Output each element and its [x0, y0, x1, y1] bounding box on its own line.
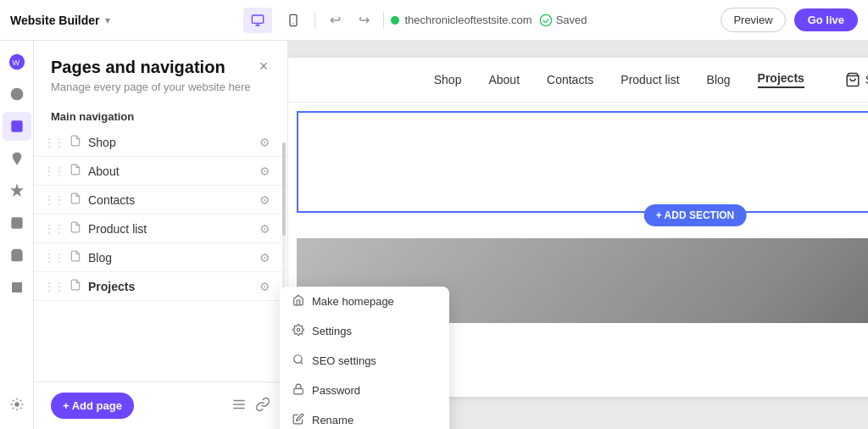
svg-line-14: [301, 362, 303, 365]
saved-text: Saved: [556, 14, 587, 26]
drag-handle-about[interactable]: ⋮⋮: [44, 165, 64, 177]
sidebar-item-pages[interactable]: [3, 112, 31, 141]
gear-icon-blog[interactable]: ⚙: [259, 251, 270, 265]
brand-chevron: ▾: [105, 14, 110, 26]
sidebar-item-logo[interactable]: W: [3, 47, 31, 76]
gear-icon-contacts[interactable]: ⚙: [259, 193, 270, 207]
drag-handle-projects[interactable]: ⋮⋮: [44, 281, 64, 292]
page-icon-blog: [70, 250, 81, 265]
canvas-nav-blog[interactable]: Blog: [707, 73, 731, 86]
seo-icon: [292, 354, 305, 368]
topbar: Website Builder ▾ ↩ ↪ thechronicleoftest…: [0, 0, 868, 41]
sidebar-item-design[interactable]: [3, 144, 31, 173]
sidebar-item-apps[interactable]: [3, 176, 31, 205]
undo-redo-group: ↩ ↪: [322, 8, 376, 33]
svg-text:W: W: [12, 58, 19, 67]
nav-items-list: ⋮⋮ Shop ⚙ ⋮⋮ About ⚙ ⋮⋮: [34, 128, 287, 382]
rename-icon: [292, 413, 305, 427]
icon-sidebar: W: [0, 41, 34, 429]
add-section-button[interactable]: + ADD SECTION: [644, 204, 747, 226]
menu-item-make-homepage[interactable]: Make homepage: [280, 287, 449, 316]
canvas-nav-product-list[interactable]: Product list: [620, 73, 679, 86]
svg-point-9: [14, 220, 15, 222]
menu-item-settings[interactable]: Settings: [280, 316, 449, 346]
svg-point-12: [297, 328, 300, 332]
golive-button[interactable]: Go live: [794, 8, 858, 31]
canvas-nav: Shop About Contacts Product list Blog Pr…: [288, 58, 868, 103]
pages-panel: Pages and navigation Manage every page o…: [34, 41, 288, 429]
panel-subtitle: Manage every page of your website here: [51, 81, 270, 93]
add-page-button[interactable]: + Add page: [51, 393, 134, 419]
sidebar-item-media[interactable]: [3, 209, 31, 237]
menu-label-password: Password: [312, 384, 360, 397]
mobile-device-btn[interactable]: [279, 8, 308, 33]
svg-rect-15: [294, 388, 303, 393]
canvas-nav-projects[interactable]: Projects: [758, 71, 804, 88]
preview-button[interactable]: Preview: [721, 8, 785, 32]
site-url: thechronicleoftestsite.com: [404, 14, 531, 26]
menu-item-password[interactable]: Password: [280, 376, 449, 405]
footer-icons: [231, 397, 270, 415]
menu-label-seo: SEO settings: [312, 354, 376, 367]
svg-point-2: [293, 23, 294, 24]
status-dot: [391, 16, 399, 25]
topbar-right: Preview Go live: [721, 8, 858, 32]
sidebar-item-settings[interactable]: [3, 390, 31, 419]
sidebar-item-add[interactable]: [3, 80, 31, 109]
password-icon: [292, 383, 305, 398]
add-section-label: + ADD SECTION: [656, 209, 735, 221]
nav-item-label-projects: Projects: [88, 280, 259, 293]
homepage-icon: [292, 294, 305, 309]
panel-close-button[interactable]: ×: [252, 54, 275, 78]
nav-item-projects[interactable]: ⋮⋮ Projects ⚙: [34, 272, 287, 301]
topbar-center: ↩ ↪ thechronicleoftestsite.com Saved: [243, 8, 587, 33]
saved-check-icon: [539, 14, 553, 27]
context-menu: Make homepage Settings SEO settings Pass…: [280, 287, 449, 429]
svg-rect-1: [290, 14, 297, 25]
canvas-selected-section-wrapper: + ADD SECTION ⇅: [288, 111, 868, 213]
drag-handle-blog[interactable]: ⋮⋮: [44, 252, 64, 264]
panel-header: Pages and navigation Manage every page o…: [34, 41, 287, 100]
menu-label-make-homepage: Make homepage: [312, 295, 394, 308]
gear-icon-about[interactable]: ⚙: [259, 164, 270, 178]
redo-btn[interactable]: ↪: [351, 8, 376, 33]
drag-handle-shop[interactable]: ⋮⋮: [44, 136, 64, 148]
gear-icon-projects[interactable]: ⚙: [259, 280, 270, 293]
canvas-nav-contacts[interactable]: Contacts: [547, 73, 593, 86]
link-icon-btn[interactable]: [255, 397, 270, 415]
canvas-nav-cart[interactable]: Shopping bag (0): [845, 72, 868, 87]
page-icon-about: [70, 164, 81, 178]
page-icon-product-list: [70, 221, 81, 236]
desktop-device-btn[interactable]: [243, 8, 272, 33]
topbar-left: Website Builder ▾: [10, 14, 110, 27]
nav-item-blog[interactable]: ⋮⋮ Blog ⚙: [34, 243, 287, 272]
nav-item-contacts[interactable]: ⋮⋮ Contacts ⚙: [34, 186, 287, 214]
nav-section-label: Main navigation: [34, 100, 287, 128]
gear-icon-product-list[interactable]: ⚙: [259, 222, 270, 236]
sidebar-item-blog[interactable]: [3, 273, 31, 302]
nav-item-product-list[interactable]: ⋮⋮ Product list ⚙: [34, 214, 287, 243]
nav-item-label-shop: Shop: [88, 136, 259, 149]
gear-icon-shop[interactable]: ⚙: [259, 136, 270, 149]
sidebar-item-store[interactable]: [3, 241, 31, 270]
canvas-nav-about[interactable]: About: [488, 73, 520, 86]
nav-item-about[interactable]: ⋮⋮ About ⚙: [34, 157, 287, 186]
page-icon-contacts: [70, 192, 81, 207]
canvas-section-outline[interactable]: + ADD SECTION ⇅: [297, 111, 868, 213]
menu-item-seo[interactable]: SEO settings: [280, 346, 449, 376]
add-page-label: + Add page: [63, 399, 122, 412]
scroll-thumb[interactable]: [282, 142, 286, 236]
undo-btn[interactable]: ↩: [322, 8, 348, 33]
brand-name: Website Builder: [10, 14, 100, 27]
nav-item-shop[interactable]: ⋮⋮ Shop ⚙: [34, 128, 287, 157]
canvas-nav-shop[interactable]: Shop: [434, 73, 462, 86]
sidebar-bottom: [3, 390, 31, 429]
svg-point-13: [294, 355, 302, 363]
nav-item-label-product-list: Product list: [88, 222, 259, 236]
menu-label-settings: Settings: [312, 325, 352, 337]
reorder-icon-btn[interactable]: [231, 397, 247, 415]
main-layout: W Pages and navig: [0, 41, 868, 429]
drag-handle-product-list[interactable]: ⋮⋮: [44, 223, 64, 235]
drag-handle-contacts[interactable]: ⋮⋮: [44, 194, 64, 206]
menu-item-rename[interactable]: Rename: [280, 405, 449, 429]
